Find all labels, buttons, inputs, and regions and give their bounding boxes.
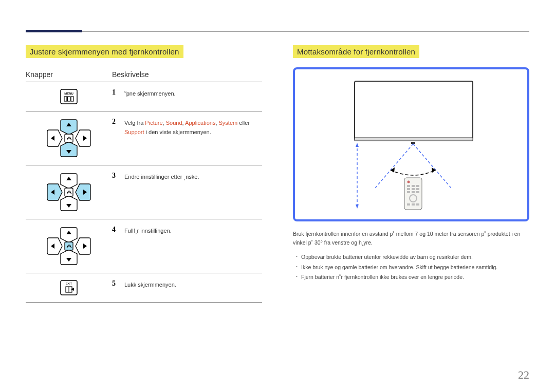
step-number: 4 [112, 226, 118, 236]
svg-rect-22 [355, 81, 473, 140]
button-icon-cell [26, 226, 112, 267]
remote-range-diagram [293, 67, 529, 221]
svg-rect-23 [355, 138, 473, 141]
list-item: Fjern batterier n˚r fjernkontrollen ikke… [296, 272, 529, 283]
table-row: MENU 1 ˜pne skjermmenyen. [26, 82, 262, 111]
exit-text: EXIT [66, 282, 72, 285]
range-diagram-svg [313, 75, 509, 214]
step-text: Velg fra Picture, Sound, Applications, S… [124, 118, 262, 137]
header-label-buttons: Knapper [26, 67, 112, 82]
description-cell: 4 Fullf¸r innstillingen. [112, 226, 262, 236]
step-number: 2 [112, 118, 118, 137]
svg-rect-39 [416, 188, 419, 190]
description-cell: 2 Velg fra Picture, Sound, Applications,… [112, 118, 262, 137]
dpad-center-icon [45, 226, 92, 267]
table-row: 3 Endre innstillinger etter ¸nske. [26, 165, 262, 219]
svg-rect-42 [416, 191, 419, 193]
list-item: Oppbevar brukte batterier utenfor rekkev… [296, 252, 529, 263]
button-icon-cell [26, 172, 112, 213]
top-rule [26, 21, 529, 32]
button-icon-cell [26, 118, 112, 159]
step-number: 5 [112, 279, 118, 290]
right-column: Mottaksområde for fjernkontrollen [293, 45, 529, 303]
table-header-buttons: Knapper [26, 67, 112, 82]
svg-rect-38 [412, 188, 415, 190]
step-text: Lukk skjermmenyen. [124, 279, 176, 290]
svg-rect-46 [416, 203, 419, 206]
page-number: 22 [518, 368, 529, 382]
step-number: 3 [112, 172, 118, 182]
svg-rect-40 [407, 191, 410, 193]
menu-text: MENU [64, 92, 73, 95]
step-text: Endre innstillinger etter ¸nske. [124, 172, 199, 182]
description-cell: 3 Endre innstillinger etter ¸nske. [112, 172, 262, 182]
columns: Justere skjermmenyen med fjernkontrollen… [26, 45, 529, 303]
table-header: Knapper Beskrivelse [26, 67, 262, 82]
svg-rect-34 [407, 185, 410, 187]
dpad-horizontal-icon [45, 172, 92, 213]
right-section-title: Mottaksområde for fjernkontrollen [293, 45, 419, 58]
button-icon-cell: MENU [26, 88, 112, 105]
button-icon-cell: EXIT [26, 279, 112, 296]
svg-marker-30 [391, 167, 395, 173]
page: Justere skjermmenyen med fjernkontrollen… [0, 0, 555, 392]
menu-button-icon: MENU [60, 88, 78, 105]
svg-marker-31 [432, 167, 436, 173]
svg-point-33 [408, 181, 410, 183]
left-column: Justere skjermmenyen med fjernkontrollen… [26, 45, 262, 303]
table-row: 4 Fullf¸r innstillingen. [26, 219, 262, 273]
accent-bar [26, 30, 82, 32]
left-section-title: Justere skjermmenyen med fjernkontrollen [26, 45, 183, 58]
svg-rect-41 [412, 191, 415, 193]
svg-marker-28 [356, 143, 359, 147]
exit-button-icon: EXIT [60, 279, 78, 296]
svg-rect-37 [407, 188, 410, 190]
step-text: ˜pne skjermmenyen. [124, 88, 176, 99]
svg-rect-44 [407, 203, 410, 206]
table-header-description: Beskrivelse [112, 67, 262, 82]
svg-rect-36 [416, 185, 419, 187]
list-item: Ikke bruk nye og gamle batterier om hver… [296, 263, 529, 273]
table-rows: MENU 1 ˜pne skjermmenyen. [26, 82, 262, 303]
description-cell: 5 Lukk skjermmenyen. [112, 279, 262, 290]
svg-marker-29 [356, 204, 359, 209]
header-label-description: Beskrivelse [112, 67, 262, 82]
svg-rect-45 [412, 203, 415, 206]
step-number: 1 [112, 88, 118, 99]
table-row: 2 Velg fra Picture, Sound, Applications,… [26, 111, 262, 165]
svg-rect-24 [411, 142, 415, 144]
usage-note: Bruk fjernkontrollen innenfor en avstand… [293, 230, 529, 247]
dpad-icon [45, 118, 92, 159]
bullet-list: Oppbevar brukte batterier utenfor rekkev… [293, 252, 529, 283]
table-row: EXIT 5 Lukk skjermmenyen. [26, 273, 262, 303]
description-cell: 1 ˜pne skjermmenyen. [112, 88, 262, 99]
step-text: Fullf¸r innstillingen. [124, 226, 172, 236]
svg-rect-35 [412, 185, 415, 187]
